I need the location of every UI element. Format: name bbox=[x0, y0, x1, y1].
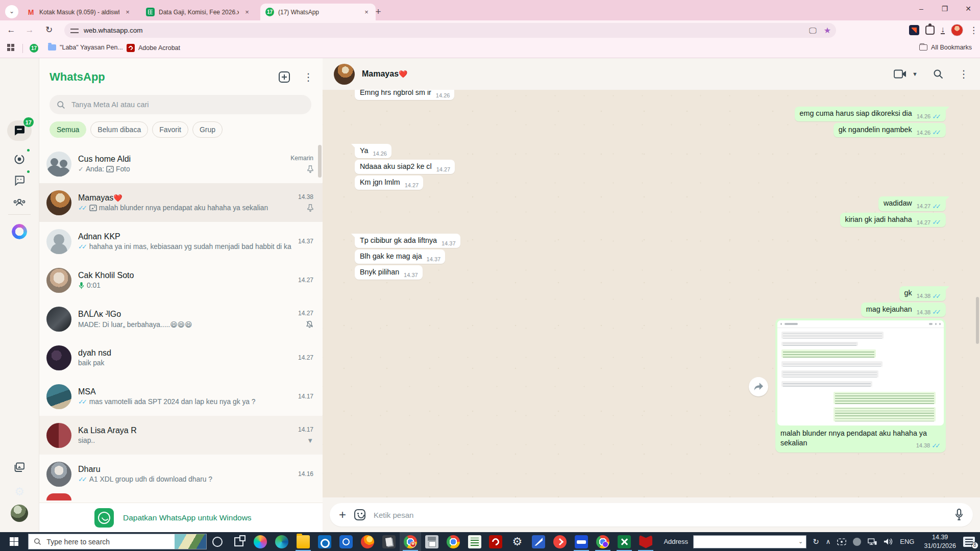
taskbar-app-settings[interactable]: ⚙ bbox=[506, 532, 528, 551]
taskbar-app-anydesk[interactable] bbox=[549, 532, 571, 551]
address-toolbar-input[interactable]: ⌄ bbox=[693, 535, 806, 548]
conversation-menu-icon[interactable]: ⋮ bbox=[959, 68, 969, 80]
window-minimize-button[interactable]: – bbox=[910, 0, 933, 18]
taskbar-app-copilot[interactable] bbox=[250, 532, 271, 551]
taskbar-app-chrome2[interactable] bbox=[443, 532, 464, 551]
reload-button[interactable]: ↻ bbox=[42, 23, 56, 37]
taskbar-app-chrome-active[interactable] bbox=[400, 532, 421, 551]
filter-favorit[interactable]: Favorit bbox=[152, 121, 188, 138]
window-close-button[interactable]: ✕ bbox=[957, 0, 980, 18]
taskbar-clock[interactable]: 14.3931/01/2026 bbox=[924, 533, 956, 550]
new-tab-button[interactable]: + bbox=[372, 5, 385, 18]
search-highlight-image[interactable] bbox=[175, 534, 206, 549]
chat-list-item[interactable]: BΛĹΛκ ᴶIԌᴏ MADE: Di luar„ berbahaya.....… bbox=[39, 299, 323, 338]
rail-profile-button[interactable] bbox=[7, 503, 32, 523]
video-call-icon[interactable] bbox=[894, 69, 907, 79]
message-bubble-in[interactable]: Tp cibibur gk ada liftnya14.37 bbox=[355, 234, 460, 248]
message-bubble-out[interactable]: gk14.38✓✓ bbox=[899, 286, 946, 301]
taskbar-app-edge[interactable] bbox=[271, 532, 292, 551]
site-settings-icon[interactable] bbox=[70, 28, 79, 34]
rail-chats-button[interactable]: 17 bbox=[7, 120, 32, 141]
taskbar-app-snipping[interactable] bbox=[335, 532, 357, 551]
taskbar-app-outlook[interactable] bbox=[314, 532, 335, 551]
rail-settings-button[interactable]: ⚙ bbox=[7, 482, 32, 502]
message-bubble-in[interactable]: Ndaaa aku siap2 ke cl14.27 bbox=[355, 160, 455, 174]
bookmark-whatsapp-favicon[interactable]: 17 bbox=[30, 44, 38, 53]
bookmark-laba-folder[interactable]: "Laba" Yayasan Pen... bbox=[48, 44, 123, 51]
image-thumbnail-chat-screenshot[interactable] bbox=[777, 320, 944, 425]
filter-belum-dibaca[interactable]: Belum dibaca bbox=[90, 121, 148, 138]
taskbar-app-chrome3[interactable] bbox=[592, 532, 614, 551]
taskbar-app-scanner[interactable] bbox=[528, 532, 549, 551]
get-whatsapp-windows-banner[interactable]: Dapatkan WhatsApp untuk Windows bbox=[39, 503, 323, 532]
search-input[interactable]: Tanya Meta AI atau cari bbox=[50, 95, 311, 114]
attach-plus-icon[interactable]: + bbox=[339, 508, 346, 522]
message-bubble-in[interactable]: Blh gak ke mag aja14.37 bbox=[355, 249, 445, 264]
rail-communities-button[interactable] bbox=[7, 192, 32, 213]
show-hidden-icons-chevron[interactable]: ∧ bbox=[826, 538, 831, 545]
search-in-chat-icon[interactable] bbox=[933, 69, 943, 79]
task-view-button[interactable] bbox=[228, 532, 250, 551]
browser-menu-icon[interactable]: ⋮ bbox=[969, 25, 978, 36]
chat-list-item[interactable]: Cus home Aldi ✓Anda: Foto Kemarin bbox=[39, 144, 323, 183]
message-bubble-out[interactable]: emg cuma harus siap dikoreksi dia14.26✓✓ bbox=[795, 107, 946, 121]
chat-list-item[interactable]: MSA ✓✓mas vamotelli ada SPT 2024 dan lap… bbox=[39, 377, 323, 416]
start-button[interactable] bbox=[0, 532, 28, 551]
new-chat-icon[interactable] bbox=[279, 71, 290, 83]
bookmark-star-icon[interactable]: ★ bbox=[824, 26, 831, 35]
filter-semua[interactable]: Semua bbox=[50, 121, 86, 138]
chat-list-item-hovered[interactable]: Ka Lisa Araya R siap.. 14.17▼ bbox=[39, 416, 323, 455]
filter-grup[interactable]: Grup bbox=[192, 121, 223, 138]
screen-clip-tray-icon[interactable] bbox=[837, 538, 846, 545]
action-center-icon[interactable]: 8 bbox=[963, 537, 975, 547]
taskbar-app-file-explorer[interactable] bbox=[292, 532, 314, 551]
taskbar-search-box[interactable]: Type here to search bbox=[28, 534, 206, 549]
mic-icon[interactable] bbox=[954, 509, 964, 521]
dropdown-chevron-icon[interactable]: ⌄ bbox=[798, 538, 803, 545]
back-button[interactable]: ← bbox=[4, 23, 18, 37]
apps-grid-icon[interactable] bbox=[7, 44, 14, 51]
tab-whatsapp[interactable]: 17 (17) WhatsApp × bbox=[260, 4, 376, 20]
chat-list-item[interactable]: dyah nsd baik pak 14.27 bbox=[39, 338, 323, 377]
tab-close-icon[interactable]: × bbox=[124, 8, 132, 16]
call-options-caret-icon[interactable]: ▼ bbox=[912, 71, 918, 77]
audio-device-tray-icon[interactable] bbox=[853, 538, 861, 546]
address-bar[interactable]: web.whatsapp.com 🖵 ★ bbox=[64, 23, 836, 38]
address-go-refresh-icon[interactable]: ↻ bbox=[813, 537, 819, 546]
contact-avatar[interactable] bbox=[334, 64, 355, 85]
taskbar-app-blue[interactable] bbox=[571, 532, 592, 551]
extension-icon[interactable] bbox=[909, 25, 919, 35]
conversation-scrollbar[interactable] bbox=[976, 297, 979, 344]
message-bubble-in[interactable]: Emng hrs ngbrol sm ir14.26 bbox=[355, 90, 454, 100]
tab-close-icon[interactable]: × bbox=[362, 8, 371, 16]
message-bubble-in[interactable]: Ya14.26 bbox=[355, 144, 391, 158]
forward-button[interactable]: → bbox=[22, 23, 37, 37]
message-input[interactable]: Ketik pesan bbox=[374, 511, 946, 519]
chevron-down-icon[interactable]: ▼ bbox=[307, 437, 313, 444]
message-bubble-in[interactable]: Km jgn lmlm14.27 bbox=[355, 176, 423, 190]
message-bubble-out[interactable]: wadidaw14.27✓✓ bbox=[878, 196, 946, 211]
downloads-icon[interactable]: ↓ bbox=[941, 26, 945, 34]
taskbar-app-documents[interactable] bbox=[378, 532, 400, 551]
profile-avatar[interactable] bbox=[951, 24, 963, 36]
message-bubble-in[interactable]: Bnyk pilihan14.37 bbox=[355, 265, 423, 280]
all-bookmarks-button[interactable]: All Bookmarks bbox=[919, 44, 972, 51]
tab-close-icon[interactable]: × bbox=[243, 8, 251, 16]
rail-media-button[interactable] bbox=[7, 457, 32, 478]
rail-status-button[interactable] bbox=[7, 149, 32, 169]
taskbar-app-firefox[interactable] bbox=[357, 532, 378, 551]
volume-tray-icon[interactable] bbox=[884, 538, 893, 545]
taskbar-app-report[interactable] bbox=[464, 532, 485, 551]
cortana-button[interactable] bbox=[207, 532, 228, 551]
taskbar-app-acrobat[interactable] bbox=[485, 532, 507, 551]
chat-list-item[interactable]: Adnan KKP ✓✓hahaha ya ini mas, kebiasaan… bbox=[39, 222, 323, 261]
message-bubble-out[interactable]: mag kejauhan14.38✓✓ bbox=[861, 303, 946, 317]
tab-gmail[interactable]: M Kotak Masuk (9.059) - aldiswbta × bbox=[21, 4, 137, 20]
bookmark-adobe-acrobat[interactable]: Adobe Acrobat bbox=[127, 44, 180, 52]
sticker-emoji-icon[interactable] bbox=[354, 509, 365, 520]
rail-channels-button[interactable] bbox=[7, 170, 32, 191]
rail-meta-ai-button[interactable] bbox=[7, 221, 32, 242]
language-indicator[interactable]: ENG bbox=[900, 538, 914, 545]
window-maximize-button[interactable]: ❐ bbox=[933, 0, 957, 18]
image-message-bubble[interactable]: malah blunder nnya pendapat aku hahaha y… bbox=[775, 318, 946, 453]
